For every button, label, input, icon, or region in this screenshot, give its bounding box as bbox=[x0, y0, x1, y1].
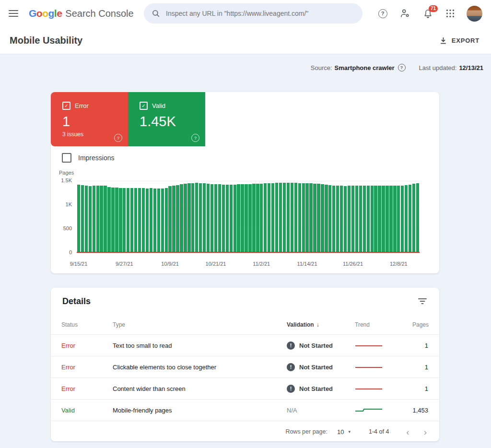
chart-bar bbox=[328, 185, 331, 253]
chart-bar bbox=[321, 184, 324, 253]
chart-bar bbox=[96, 186, 99, 253]
filter-button[interactable] bbox=[418, 298, 427, 305]
table-body: ErrorText too small to read!Not Started1… bbox=[51, 334, 439, 421]
chart-bar bbox=[237, 184, 240, 253]
help-button[interactable]: ? bbox=[374, 4, 392, 23]
valid-count: 1.45K bbox=[140, 114, 205, 129]
table-row[interactable]: ErrorContent wider than screen!Not Start… bbox=[51, 377, 439, 399]
chart-bar bbox=[180, 184, 183, 253]
valid-help-icon[interactable]: ? bbox=[191, 134, 199, 142]
chart-bar bbox=[298, 183, 301, 253]
chart-bar bbox=[77, 185, 80, 253]
table-row[interactable]: ErrorText too small to read!Not Started1 bbox=[51, 334, 439, 356]
error-summary-card[interactable]: ✓ Error 1 3 issues ? bbox=[51, 92, 128, 146]
chart-bar bbox=[199, 183, 202, 253]
table-pagination: Rows per page: 10 ▾ 1-4 of 4 ‹ › bbox=[51, 421, 439, 441]
chart-bar bbox=[275, 183, 278, 253]
chart-bar bbox=[279, 183, 282, 253]
x-axis: 9/15/219/27/2110/9/2110/21/2111/2/2111/1… bbox=[77, 261, 420, 269]
issue-type-label: Mobile-friendly pages bbox=[113, 407, 287, 414]
issue-type-label: Text too small to read bbox=[113, 342, 287, 349]
chart-bar bbox=[336, 186, 339, 253]
chart-bar bbox=[195, 183, 198, 253]
export-button[interactable]: EXPORT bbox=[439, 36, 479, 45]
chart-bar bbox=[256, 184, 259, 253]
help-icon: ? bbox=[378, 9, 387, 18]
chart-bar bbox=[111, 188, 114, 253]
chart-bar bbox=[340, 186, 343, 253]
chart-bar bbox=[302, 183, 305, 253]
error-card-label: Error bbox=[75, 102, 89, 109]
chart-bar bbox=[313, 184, 316, 253]
table-row[interactable]: ValidMobile-friendly pagesN/A1,453 bbox=[51, 399, 439, 421]
table-row[interactable]: ErrorClickable elements too close togeth… bbox=[51, 356, 439, 377]
user-settings-icon bbox=[400, 8, 410, 19]
url-inspect-search-bar[interactable] bbox=[144, 3, 362, 24]
chart-bar bbox=[371, 186, 374, 253]
validation-status: !Not Started bbox=[287, 385, 355, 393]
source-help-icon[interactable]: ? bbox=[398, 64, 406, 71]
column-header-type[interactable]: Type bbox=[113, 321, 287, 328]
chart-bar bbox=[351, 186, 354, 253]
x-axis-tick: 9/27/21 bbox=[116, 261, 133, 267]
checked-checkbox-icon[interactable]: ✓ bbox=[140, 102, 148, 110]
hamburger-menu-icon[interactable] bbox=[9, 10, 18, 17]
y-axis-tick: 1K bbox=[51, 201, 72, 207]
error-help-icon[interactable]: ? bbox=[114, 134, 122, 142]
user-settings-button[interactable] bbox=[396, 4, 414, 23]
valid-summary-card[interactable]: ✓ Valid 1.45K ? bbox=[128, 92, 205, 146]
chart-bar bbox=[378, 186, 381, 253]
x-axis-tick: 11/14/21 bbox=[297, 261, 317, 267]
notifications-button[interactable]: 71 bbox=[419, 4, 437, 23]
column-header-status[interactable]: Status bbox=[61, 321, 113, 328]
column-header-trend[interactable]: Trend bbox=[355, 321, 412, 328]
validation-status: !Not Started bbox=[287, 363, 355, 371]
chart-bar bbox=[89, 186, 92, 253]
chart-bar bbox=[401, 186, 404, 253]
y-axis-tick: 500 bbox=[51, 225, 72, 231]
source-label: Source: bbox=[311, 64, 332, 71]
chart-bar bbox=[138, 188, 141, 253]
chart-bar bbox=[104, 186, 106, 253]
chart-bar bbox=[85, 186, 88, 253]
chart-bar bbox=[309, 183, 312, 253]
previous-page-button[interactable]: ‹ bbox=[406, 427, 409, 436]
pages-count: 1,453 bbox=[412, 407, 428, 414]
google-apps-button[interactable] bbox=[441, 4, 459, 23]
chart-bar bbox=[230, 185, 233, 253]
chart-bar bbox=[393, 186, 396, 253]
unchecked-checkbox-icon[interactable] bbox=[62, 153, 71, 163]
account-avatar[interactable] bbox=[467, 6, 482, 22]
app-logo[interactable]: Google Search Console bbox=[29, 8, 134, 19]
search-input[interactable] bbox=[165, 9, 354, 18]
report-meta: Source: Smartphone crawler ? Last update… bbox=[311, 64, 483, 71]
trend-sparkline bbox=[355, 385, 412, 392]
status-badge: Error bbox=[61, 342, 113, 349]
topbar-actions: ? 71 bbox=[374, 0, 486, 27]
pagination-range: 1-4 of 4 bbox=[369, 428, 389, 435]
filter-list-icon bbox=[418, 298, 427, 305]
table-header-row: Status Type Validation ↓ Trend Pages bbox=[51, 315, 439, 334]
exclamation-icon: ! bbox=[287, 342, 295, 350]
chart-bar bbox=[359, 186, 362, 253]
trend-sparkline bbox=[355, 407, 412, 414]
last-updated-value: 12/13/21 bbox=[459, 64, 483, 71]
chart-bar bbox=[409, 185, 411, 253]
chart-bar bbox=[305, 183, 308, 253]
chart-bar bbox=[386, 186, 388, 253]
next-page-button[interactable]: › bbox=[424, 427, 427, 436]
dropdown-caret-icon[interactable]: ▾ bbox=[348, 429, 351, 434]
exclamation-icon: ! bbox=[287, 385, 295, 393]
pages-count: 1 bbox=[412, 364, 428, 371]
rows-per-page-value[interactable]: 10 bbox=[337, 428, 344, 436]
column-header-validation[interactable]: Validation ↓ bbox=[287, 321, 355, 328]
chart-bar bbox=[416, 183, 419, 253]
valid-card-label: Valid bbox=[152, 102, 165, 109]
column-header-pages[interactable]: Pages bbox=[412, 321, 429, 328]
chart-bar bbox=[210, 184, 213, 253]
checked-checkbox-icon[interactable]: ✓ bbox=[62, 102, 70, 110]
exclamation-icon: ! bbox=[287, 363, 295, 371]
x-axis-tick: 11/2/21 bbox=[253, 261, 270, 267]
chart-plot[interactable] bbox=[77, 181, 420, 253]
impressions-toggle[interactable]: Impressions bbox=[62, 153, 114, 163]
